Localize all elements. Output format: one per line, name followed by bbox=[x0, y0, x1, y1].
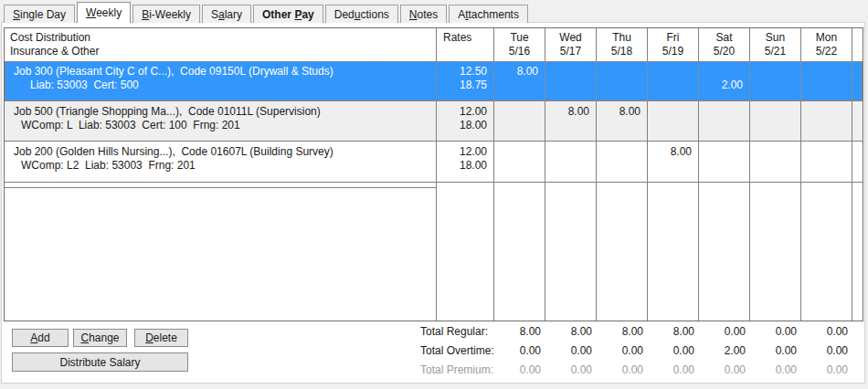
job-detail: WComp: L Liab: 53003 Cert: 100 Frng: 201 bbox=[5, 119, 436, 132]
hours-cell-thu: 8.00 bbox=[597, 101, 648, 141]
job-detail: Liab: 53003 Cert: 500 bbox=[5, 79, 436, 92]
rates-cell: 12.5018.75 bbox=[437, 61, 494, 100]
job-cell: Job 500 (Triangle Shopping Ma...), Code … bbox=[5, 101, 437, 141]
hours-cell-mon bbox=[801, 61, 852, 100]
payroll-time-entry-window: { "tabs": [ {"pre":"","u":"S","post":"in… bbox=[0, 0, 868, 389]
header-cost-distribution: Cost Distribution Insurance & Other bbox=[5, 28, 437, 61]
job-title: Job 500 (Triangle Shopping Ma...), Code … bbox=[5, 105, 436, 119]
grid-empty-area[interactable] bbox=[5, 188, 863, 321]
row-filler bbox=[852, 61, 863, 100]
hours-cell-fri bbox=[648, 61, 699, 100]
total-premium-row: Total Premium: 0.00 0.00 0.00 0.00 0.00 … bbox=[5, 363, 863, 377]
hours-cell-mon bbox=[801, 101, 852, 141]
hours-cell-mon bbox=[801, 142, 852, 182]
row-filler bbox=[852, 101, 863, 141]
header-day-sun: Sun5/21 bbox=[750, 28, 801, 61]
header-rates: Rates bbox=[437, 28, 494, 61]
hours-cell-tue bbox=[494, 101, 545, 141]
tab-single-day[interactable]: Single Day bbox=[4, 5, 75, 23]
header-day-fri: Fri5/19 bbox=[648, 28, 699, 61]
hours-cell-tue bbox=[494, 142, 545, 182]
header-day-sat: Sat5/20 bbox=[699, 28, 750, 61]
job-row-300[interactable]: Job 300 (Pleasant City C of C...), Code … bbox=[5, 61, 863, 101]
hours-cell-thu bbox=[597, 61, 648, 100]
total-regular-row: Total Regular: 8.00 8.00 8.00 8.00 0.00 … bbox=[5, 325, 863, 339]
tab-attachments[interactable]: Attachments bbox=[449, 5, 528, 23]
hours-cell-tue: 8.00 bbox=[494, 61, 545, 100]
tab-other-pay[interactable]: Other Pay bbox=[253, 5, 323, 23]
rates-cell: 12.0018.00 bbox=[437, 142, 494, 182]
job-cell: Job 300 (Pleasant City C of C...), Code … bbox=[5, 61, 437, 100]
hours-cell-wed: 8.00 bbox=[545, 101, 597, 141]
row-filler bbox=[852, 142, 863, 182]
hours-cell-fri: 8.00 bbox=[648, 142, 699, 182]
hours-cell-sat bbox=[699, 101, 750, 141]
job-detail: WComp: L2 Liab: 53003 Frng: 201 bbox=[5, 159, 436, 173]
job-cell: Job 200 (Golden Hills Nursing...), Code … bbox=[5, 142, 437, 182]
hours-cell-sat bbox=[699, 142, 750, 182]
total-premium-label: Total Premium: bbox=[5, 363, 494, 377]
header-day-mon: Mon5/22 bbox=[801, 28, 852, 61]
hours-cell-thu bbox=[597, 142, 648, 182]
job-row-500[interactable]: Job 500 (Triangle Shopping Ma...), Code … bbox=[5, 101, 863, 142]
job-title: Job 200 (Golden Hills Nursing...), Code … bbox=[5, 145, 436, 159]
cost-distribution-grid: Cost Distribution Insurance & Other Rate… bbox=[4, 27, 863, 321]
header-filler bbox=[852, 28, 863, 61]
hours-cell-sun bbox=[750, 101, 801, 141]
tab-deductions[interactable]: Deductions bbox=[325, 5, 398, 23]
total-overtime-row: Total Overtime: 0.00 0.00 0.00 0.00 2.00… bbox=[5, 344, 863, 358]
header-day-tue: Tue5/16 bbox=[494, 28, 545, 61]
hours-cell-sun bbox=[750, 142, 801, 182]
job-row-200[interactable]: Job 200 (Golden Hills Nursing...), Code … bbox=[5, 142, 863, 183]
tab-salary[interactable]: Salary bbox=[202, 5, 251, 23]
grid-header-row: Cost Distribution Insurance & Other Rate… bbox=[5, 28, 863, 61]
rates-cell: 12.0018.00 bbox=[437, 101, 494, 141]
hours-cell-wed bbox=[545, 61, 597, 100]
hours-cell-sat: 2.00 bbox=[699, 61, 750, 100]
job-title: Job 300 (Pleasant City C of C...), Code … bbox=[5, 65, 436, 79]
hours-cell-fri bbox=[648, 101, 699, 141]
hours-cell-sun bbox=[750, 61, 801, 100]
hours-cell-wed bbox=[545, 142, 597, 182]
total-regular-label: Total Regular: bbox=[5, 325, 494, 339]
tab-bi-weekly[interactable]: Bi-Weekly bbox=[132, 5, 200, 23]
header-day-thu: Thu5/18 bbox=[597, 28, 648, 61]
tab-notes[interactable]: Notes bbox=[400, 5, 447, 23]
total-overtime-label: Total Overtime: bbox=[5, 344, 494, 358]
header-day-wed: Wed5/17 bbox=[545, 28, 597, 61]
tab-weekly[interactable]: Weekly bbox=[77, 2, 131, 23]
tab-strip: Single Day Weekly Bi-Weekly Salary Other… bbox=[4, 2, 530, 23]
